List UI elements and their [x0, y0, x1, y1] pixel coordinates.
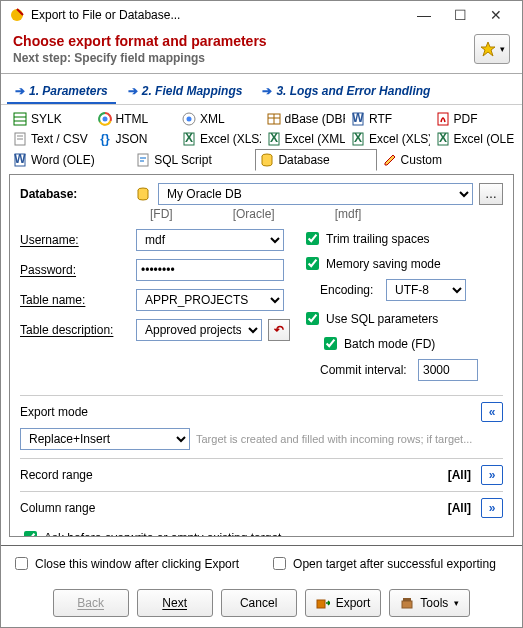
- format-json[interactable]: {}JSON: [94, 129, 177, 149]
- sql-icon: [136, 153, 150, 167]
- next-button[interactable]: Next: [137, 589, 213, 617]
- tab-label: 1. Parameters: [29, 84, 108, 98]
- chrome-icon: [182, 112, 196, 126]
- format-xml[interactable]: XML: [178, 109, 261, 129]
- username-label: Username:: [20, 233, 130, 247]
- tab-parameters[interactable]: ➔1. Parameters: [7, 80, 116, 104]
- tag-mdf: [mdf]: [335, 207, 362, 221]
- format-dbase[interactable]: dBase (DBF): [263, 109, 346, 129]
- tab-logs-errors[interactable]: ➔3. Logs and Error Handling: [254, 80, 438, 104]
- table-name-select[interactable]: APPR_PROJECTS: [136, 289, 284, 311]
- database-icon: [136, 187, 152, 201]
- column-range-expand-button[interactable]: »: [481, 498, 503, 518]
- svg-text:X: X: [269, 132, 277, 145]
- minimize-button[interactable]: —: [406, 7, 442, 23]
- pencil-icon: [383, 153, 397, 167]
- commit-interval-label: Commit interval:: [320, 363, 412, 377]
- table-name-label: Table name:: [20, 293, 130, 307]
- close-after-checkbox[interactable]: Close this window after clicking Export: [11, 554, 239, 573]
- database-browse-button[interactable]: …: [479, 183, 503, 205]
- open-after-checkbox[interactable]: Open target after successful exporting: [269, 554, 496, 573]
- footer: Close this window after clicking Export …: [1, 545, 522, 627]
- database-select[interactable]: My Oracle DB: [158, 183, 473, 205]
- svg-text:{}: {}: [100, 132, 110, 146]
- record-range-expand-button[interactable]: »: [481, 465, 503, 485]
- database-label: Database:: [20, 187, 130, 201]
- export-icon: [316, 596, 330, 610]
- svg-point-0: [11, 9, 23, 21]
- batch-mode-checkbox[interactable]: Batch mode (FD): [320, 334, 503, 353]
- arrow-icon: ➔: [262, 84, 272, 98]
- json-icon: {}: [98, 132, 112, 146]
- use-sql-checkbox[interactable]: Use SQL parameters: [302, 309, 503, 328]
- tag-fd: [FD]: [150, 207, 173, 221]
- excel-icon: X: [436, 132, 450, 146]
- ask-overwrite-checkbox[interactable]: Ask before overwrite or empty existing t…: [20, 528, 503, 537]
- database-icon: [260, 153, 274, 167]
- export-mode-hint: Target is created and filled with incomi…: [196, 433, 503, 445]
- star-icon: [480, 41, 498, 57]
- excel-icon: X: [182, 132, 196, 146]
- column-range-value: [All]: [448, 501, 471, 515]
- window-title: Export to File or Database...: [31, 8, 406, 22]
- encoding-label: Encoding:: [320, 283, 380, 297]
- table-icon: [267, 112, 281, 126]
- tools-button[interactable]: Tools▾: [389, 589, 470, 617]
- format-sql-script[interactable]: SQL Script: [132, 149, 253, 171]
- column-range-label: Column range: [20, 501, 95, 515]
- tag-oracle: [Oracle]: [233, 207, 275, 221]
- header: Choose export format and parameters Next…: [1, 29, 522, 74]
- format-excel-xml[interactable]: XExcel (XML): [263, 129, 346, 149]
- svg-rect-2: [14, 113, 26, 125]
- format-word-ole[interactable]: WWord (OLE): [9, 149, 130, 171]
- excel-icon: X: [351, 132, 365, 146]
- format-sylk[interactable]: SYLK: [9, 109, 92, 129]
- svg-rect-29: [138, 154, 148, 166]
- svg-text:W: W: [14, 153, 26, 166]
- excel-icon: X: [267, 132, 281, 146]
- step-tabs: ➔1. Parameters ➔2. Field Mappings ➔3. Lo…: [1, 74, 522, 104]
- table-desc-select[interactable]: Approved projects: [136, 319, 262, 341]
- chrome-icon: [98, 112, 112, 126]
- format-csv[interactable]: Text / CSV: [9, 129, 92, 149]
- svg-text:W: W: [352, 112, 364, 125]
- svg-text:X: X: [354, 132, 362, 145]
- sheet-icon: [13, 112, 27, 126]
- format-xlsx[interactable]: XExcel (XLSX): [178, 129, 261, 149]
- svg-text:X: X: [438, 132, 446, 145]
- password-field[interactable]: [136, 259, 284, 281]
- close-button[interactable]: ✕: [478, 7, 514, 23]
- export-mode-collapse-button[interactable]: «: [481, 402, 503, 422]
- format-database[interactable]: Database: [255, 149, 376, 171]
- svg-text:X: X: [185, 132, 193, 145]
- tab-label: 3. Logs and Error Handling: [276, 84, 430, 98]
- export-button[interactable]: Export: [305, 589, 382, 617]
- svg-marker-1: [481, 42, 495, 56]
- commit-interval-field[interactable]: [418, 359, 478, 381]
- username-field[interactable]: mdf: [136, 229, 284, 251]
- svg-point-6: [102, 117, 107, 122]
- parameters-panel: Database: My Oracle DB … [FD] [Oracle] […: [9, 174, 514, 537]
- trim-checkbox[interactable]: Trim trailing spaces: [302, 229, 503, 248]
- record-range-value: [All]: [448, 468, 471, 482]
- password-label: Password:: [20, 263, 130, 277]
- svg-rect-36: [402, 601, 412, 608]
- format-pdf[interactable]: PDF: [432, 109, 515, 129]
- word-icon: W: [13, 153, 27, 167]
- export-mode-select[interactable]: Replace+Insert: [20, 428, 190, 450]
- cancel-button[interactable]: Cancel: [221, 589, 297, 617]
- encoding-select[interactable]: UTF-8: [386, 279, 466, 301]
- format-html[interactable]: HTML: [94, 109, 177, 129]
- format-excel-ole[interactable]: XExcel (OLE): [432, 129, 515, 149]
- format-xls[interactable]: XExcel (XLS): [347, 129, 430, 149]
- maximize-button[interactable]: ☐: [442, 7, 478, 23]
- tab-field-mappings[interactable]: ➔2. Field Mappings: [120, 80, 251, 104]
- favorites-button[interactable]: ▾: [474, 34, 510, 64]
- svg-point-8: [187, 117, 192, 122]
- svg-rect-34: [317, 600, 325, 608]
- revert-desc-button[interactable]: ↶: [268, 319, 290, 341]
- format-rtf[interactable]: WRTF: [347, 109, 430, 129]
- memory-saving-checkbox[interactable]: Memory saving mode: [302, 254, 503, 273]
- back-button[interactable]: Back: [53, 589, 129, 617]
- format-custom[interactable]: Custom: [379, 149, 500, 171]
